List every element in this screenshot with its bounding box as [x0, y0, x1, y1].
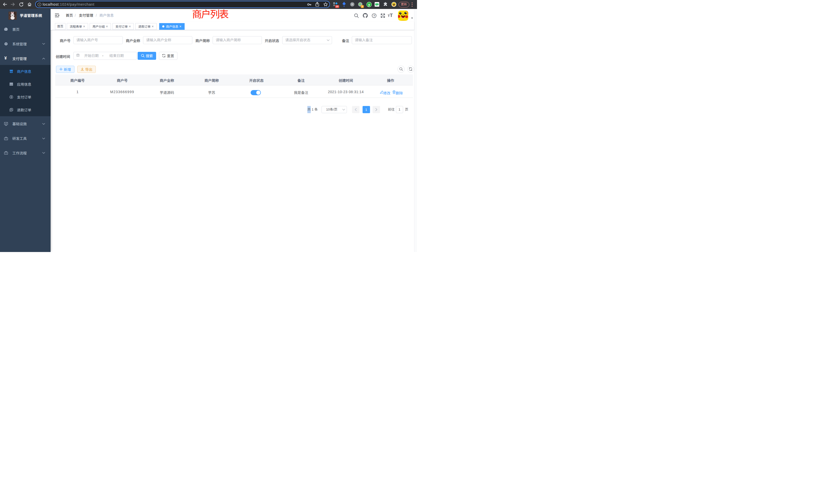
svg-text:⌘: ⌘: [351, 3, 354, 6]
svg-text:?: ?: [373, 14, 375, 17]
svg-text:y: y: [368, 3, 370, 6]
